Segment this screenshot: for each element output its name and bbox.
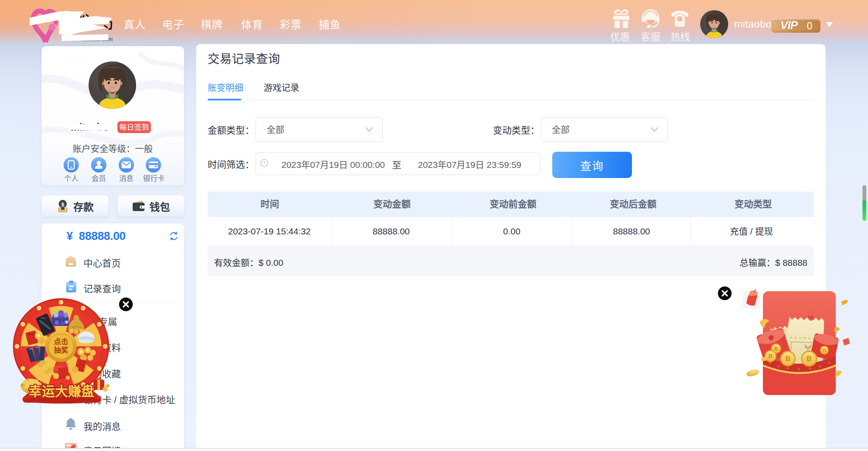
svg-text:抽奖: 抽奖 <box>54 346 69 354</box>
svg-text:B: B <box>768 353 773 359</box>
svg-text:O: O <box>823 348 826 353</box>
svg-text:B: B <box>785 355 790 363</box>
svg-text:B: B <box>807 355 812 363</box>
svg-text:点击: 点击 <box>54 337 68 346</box>
svg-text:幸运大赚盘: 幸运大赚盘 <box>29 384 95 399</box>
svg-text:$: $ <box>61 201 64 208</box>
svg-text:B: B <box>774 346 778 352</box>
